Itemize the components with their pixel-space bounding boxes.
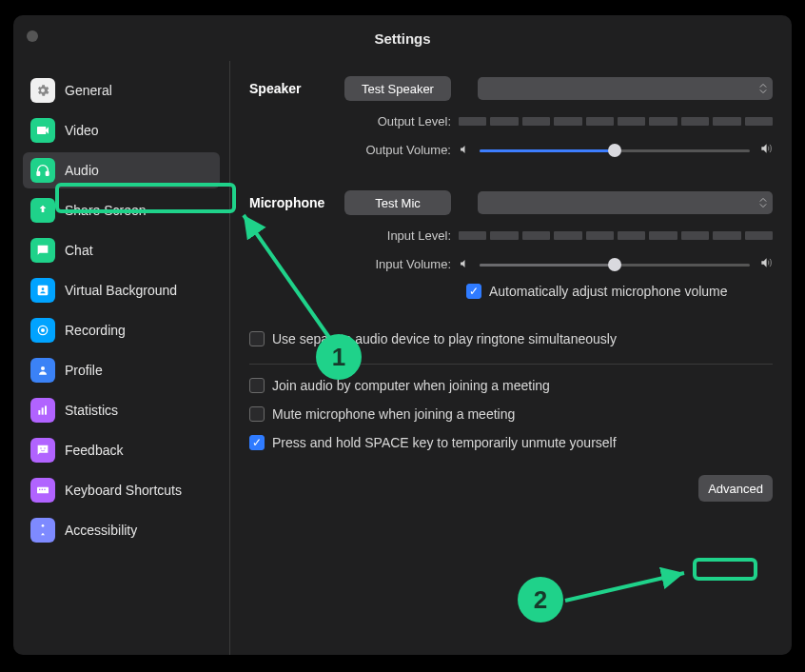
sidebar-item-shortcuts[interactable]: Keyboard Shortcuts (23, 472, 220, 508)
svg-rect-15 (44, 489, 45, 490)
sidebar-item-audio[interactable]: Audio (23, 152, 220, 188)
chat-icon (30, 238, 55, 263)
sidebar-label: Virtual Background (65, 283, 177, 298)
svg-point-6 (41, 366, 45, 370)
input-level-label: Input Level: (249, 228, 451, 243)
input-volume-label: Input Volume: (249, 257, 451, 271)
sidebar-label: Accessibility (65, 523, 137, 538)
join-audio-checkbox[interactable] (249, 378, 265, 393)
svg-point-10 (40, 447, 41, 448)
mic-device-select[interactable] (478, 191, 773, 214)
svg-rect-0 (37, 171, 40, 175)
updown-icon (759, 83, 767, 94)
separate-audio-checkbox[interactable] (249, 331, 265, 346)
output-level-label: Output Level: (249, 114, 451, 128)
record-icon (30, 318, 55, 343)
svg-point-3 (42, 287, 45, 290)
stats-icon (30, 398, 55, 423)
sidebar-label: General (65, 83, 112, 98)
speaker-device-select[interactable] (478, 77, 773, 100)
sidebar-item-stats[interactable]: Statistics (23, 392, 220, 428)
sidebar-item-accessibility[interactable]: Accessibility (23, 512, 220, 548)
sidebar: General Video Audio Share Screen (13, 61, 230, 655)
keyboard-icon (30, 478, 55, 503)
sidebar-label: Video (65, 123, 99, 138)
sidebar-label: Audio (65, 163, 99, 178)
share-screen-icon (30, 198, 55, 223)
test-speaker-button[interactable]: Test Speaker (344, 76, 451, 101)
audio-settings: Speaker Test Speaker Output Level: Outpu (230, 61, 792, 655)
sidebar-label: Share Screen (65, 203, 147, 218)
svg-rect-9 (45, 405, 47, 414)
advanced-button[interactable]: Advanced (698, 475, 773, 502)
sidebar-item-chat[interactable]: Chat (23, 232, 220, 268)
sidebar-label: Recording (65, 323, 126, 338)
mute-on-join-checkbox[interactable] (249, 406, 265, 422)
volume-high-icon (759, 256, 773, 272)
join-audio-label: Join audio by computer when joining a me… (272, 378, 550, 393)
sidebar-item-profile[interactable]: Profile (23, 352, 220, 388)
volume-high-icon (759, 142, 773, 158)
output-level-meter (459, 117, 773, 126)
separate-audio-label: Use separate audio device to play ringto… (272, 331, 617, 346)
sidebar-item-share[interactable]: Share Screen (23, 192, 220, 228)
close-dot[interactable] (27, 30, 38, 42)
profile-icon (30, 358, 55, 383)
sidebar-item-vbg[interactable]: Virtual Background (23, 272, 220, 308)
speaker-header: Speaker (249, 81, 341, 96)
space-unmute-label: Press and hold SPACE key to temporarily … (272, 435, 617, 450)
sidebar-item-video[interactable]: Video (23, 112, 220, 148)
output-volume-slider[interactable] (480, 144, 750, 157)
sidebar-label: Chat (65, 243, 93, 258)
sidebar-label: Feedback (65, 443, 123, 458)
svg-rect-14 (42, 489, 43, 490)
output-volume-label: Output Volume: (249, 143, 451, 157)
divider (249, 364, 773, 365)
vbg-icon (30, 278, 55, 303)
titlebar: Settings (13, 15, 792, 61)
sidebar-item-feedback[interactable]: Feedback (23, 432, 220, 468)
feedback-icon (30, 438, 55, 463)
gear-icon (30, 78, 55, 103)
svg-point-5 (41, 328, 45, 332)
svg-rect-1 (46, 171, 49, 175)
sidebar-label: Profile (65, 363, 103, 378)
sidebar-item-general[interactable]: General (23, 72, 220, 109)
sidebar-label: Statistics (65, 403, 118, 418)
sidebar-label: Keyboard Shortcuts (65, 483, 182, 498)
test-mic-button[interactable]: Test Mic (344, 190, 451, 215)
microphone-header: Microphone (249, 195, 341, 210)
svg-rect-7 (38, 410, 40, 415)
svg-point-11 (44, 447, 45, 448)
volume-low-icon (459, 257, 470, 272)
input-volume-slider[interactable] (480, 258, 750, 271)
input-level-meter (459, 231, 773, 240)
auto-adjust-checkbox[interactable] (466, 284, 481, 299)
window-title: Settings (374, 30, 430, 47)
svg-point-16 (42, 524, 45, 527)
volume-low-icon (459, 143, 470, 158)
svg-rect-13 (39, 489, 40, 490)
svg-rect-8 (42, 407, 44, 414)
headphones-icon (30, 158, 55, 183)
mute-on-join-label: Mute microphone when joining a meeting (272, 406, 515, 422)
sidebar-item-recording[interactable]: Recording (23, 312, 220, 348)
auto-adjust-label: Automatically adjust microphone volume (489, 284, 728, 299)
accessibility-icon (30, 518, 55, 543)
window-controls[interactable] (27, 29, 38, 46)
video-icon (30, 118, 55, 143)
space-unmute-checkbox[interactable] (249, 435, 265, 450)
updown-icon (759, 197, 767, 208)
